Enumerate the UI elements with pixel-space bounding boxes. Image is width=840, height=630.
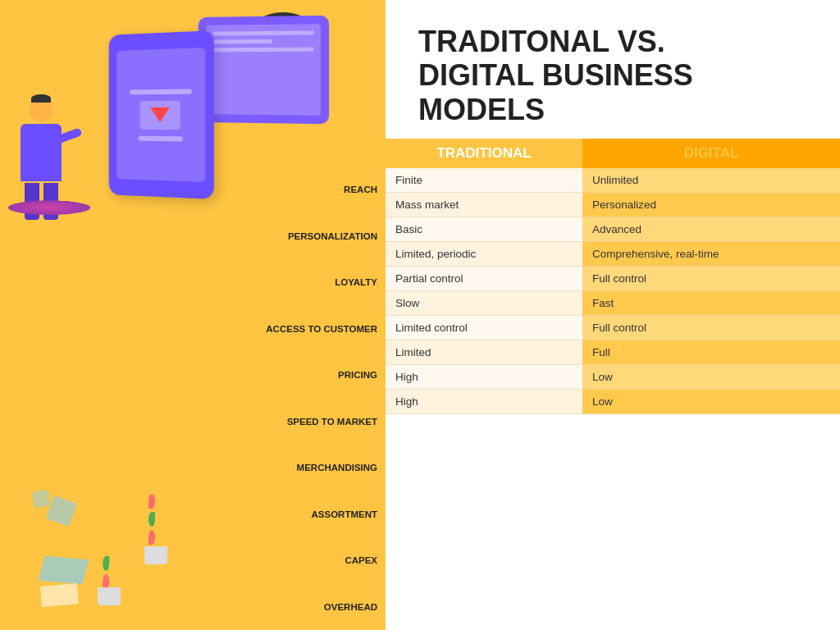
title-line1: TRADITONAL VS. bbox=[418, 25, 665, 58]
traditional-cell: High bbox=[386, 390, 582, 414]
traditional-cell: Partial control bbox=[386, 267, 582, 291]
table-row: HighLow bbox=[386, 390, 840, 414]
traditional-cell: Slow bbox=[386, 291, 582, 316]
down-arrow-icon bbox=[150, 107, 170, 122]
row-label: SPEED TO MARKET bbox=[197, 399, 386, 445]
person-figure bbox=[8, 98, 74, 230]
monitor-line bbox=[212, 30, 314, 35]
traditional-cell: Mass market bbox=[386, 193, 582, 217]
traditional-cell: Finite bbox=[386, 168, 582, 193]
screen-rect bbox=[140, 100, 180, 129]
digital-cell: Fast bbox=[582, 291, 840, 316]
row-label-text: ASSORTMENT bbox=[312, 509, 378, 519]
table-row: FiniteUnlimited bbox=[386, 168, 840, 193]
row-label: REACH bbox=[197, 167, 386, 213]
row-label: ASSORTMENT bbox=[197, 491, 386, 538]
plant-pot bbox=[98, 587, 121, 605]
screen-line bbox=[138, 135, 182, 141]
table-row: Mass marketPersonalized bbox=[386, 193, 840, 217]
comparison-table: FiniteUnlimitedMass marketPersonalizedBa… bbox=[386, 168, 840, 630]
digital-cell: Full control bbox=[582, 316, 840, 340]
plant-right bbox=[94, 560, 123, 605]
deco-shape-1 bbox=[46, 495, 77, 527]
row-label-text: LOYALTY bbox=[335, 277, 377, 287]
phone-screen bbox=[116, 48, 205, 182]
person-head bbox=[30, 98, 52, 121]
row-label: PERSONALIZATION bbox=[197, 213, 386, 260]
title-area: TRADITONAL VS. DIGITAL BUSINESS MODELS bbox=[386, 0, 840, 139]
traditional-cell: Limited bbox=[386, 340, 582, 365]
monitor-line bbox=[212, 48, 314, 52]
row-label: MERCHANDISING bbox=[197, 445, 386, 491]
digital-cell: Personalized bbox=[582, 193, 840, 217]
row-label: CAPEX bbox=[197, 537, 386, 584]
right-panel: TRADITONAL VS. DIGITAL BUSINESS MODELS T… bbox=[386, 0, 840, 630]
digital-cell: Comprehensive, real-time bbox=[582, 242, 840, 267]
row-label-text: CAPEX bbox=[345, 555, 377, 565]
row-label: LOYALTY bbox=[197, 259, 386, 306]
traditional-cell: Basic bbox=[386, 217, 582, 242]
row-label-text: REACH bbox=[344, 185, 377, 194]
iso-decoration bbox=[41, 558, 86, 605]
digital-cell: Advanced bbox=[582, 217, 840, 242]
digital-cell: Unlimited bbox=[582, 168, 840, 193]
monitor-line bbox=[212, 39, 272, 44]
leaf bbox=[103, 556, 109, 571]
table-row: Limited controlFull control bbox=[386, 316, 840, 340]
table-row: BasicAdvanced bbox=[386, 217, 840, 242]
left-panel: REACHPERSONALIZATIONLOYALTYACCESS TO CUS… bbox=[0, 0, 386, 630]
plant-left bbox=[139, 515, 172, 564]
row-label: ACCESS TO CUSTOMER bbox=[197, 306, 386, 353]
monitor-screen bbox=[206, 24, 320, 116]
main-container: REACHPERSONALIZATIONLOYALTYACCESS TO CUS… bbox=[0, 0, 840, 630]
person-body bbox=[21, 124, 62, 181]
plant-leaves bbox=[148, 494, 164, 548]
table-row: Partial controlFull control bbox=[386, 267, 840, 291]
main-title: TRADITONAL VS. DIGITAL BUSINESS MODELS bbox=[418, 25, 815, 126]
digital-cell: Full bbox=[582, 340, 840, 365]
row-label-text: PRICING bbox=[338, 370, 377, 380]
title-line2: DIGITAL BUSINESS bbox=[418, 58, 693, 92]
row-label-text: ACCESS TO CUSTOMER bbox=[266, 324, 377, 334]
column-headers: TRADITIONAL DIGITAL bbox=[386, 139, 840, 168]
screen-line bbox=[130, 89, 192, 94]
leaf bbox=[148, 494, 155, 509]
table-row: LimitedFull bbox=[386, 340, 840, 365]
device-monitor bbox=[199, 16, 329, 124]
digital-header: DIGITAL bbox=[582, 139, 840, 168]
row-label-text: SPEED TO MARKET bbox=[287, 417, 377, 427]
digital-cell: Low bbox=[582, 390, 840, 414]
row-label-text: OVERHEAD bbox=[324, 602, 377, 612]
row-label-text: MERCHANDISING bbox=[297, 463, 377, 472]
plant-pot bbox=[144, 546, 167, 564]
table-row: SlowFast bbox=[386, 291, 840, 316]
traditional-cell: Limited control bbox=[386, 316, 582, 340]
row-label: OVERHEAD bbox=[197, 584, 386, 631]
digital-cell: Low bbox=[582, 365, 840, 390]
leaf bbox=[148, 530, 155, 545]
digital-cell: Full control bbox=[582, 267, 840, 291]
row-labels: REACHPERSONALIZATIONLOYALTYACCESS TO CUS… bbox=[197, 167, 386, 630]
traditional-cell: Limited, periodic bbox=[386, 242, 582, 267]
deco-shape-2 bbox=[31, 489, 50, 508]
person-arm bbox=[52, 127, 82, 144]
table-row: HighLow bbox=[386, 365, 840, 390]
traditional-header: TRADITIONAL bbox=[386, 139, 582, 168]
row-label-text: PERSONALIZATION bbox=[288, 231, 377, 241]
table-row: Limited, periodicComprehensive, real-tim… bbox=[386, 242, 840, 267]
traditional-cell: High bbox=[386, 365, 582, 390]
monitor-content bbox=[206, 24, 320, 58]
row-label: PRICING bbox=[197, 352, 386, 399]
title-line3: MODELS bbox=[418, 93, 545, 126]
leaf bbox=[148, 512, 155, 527]
